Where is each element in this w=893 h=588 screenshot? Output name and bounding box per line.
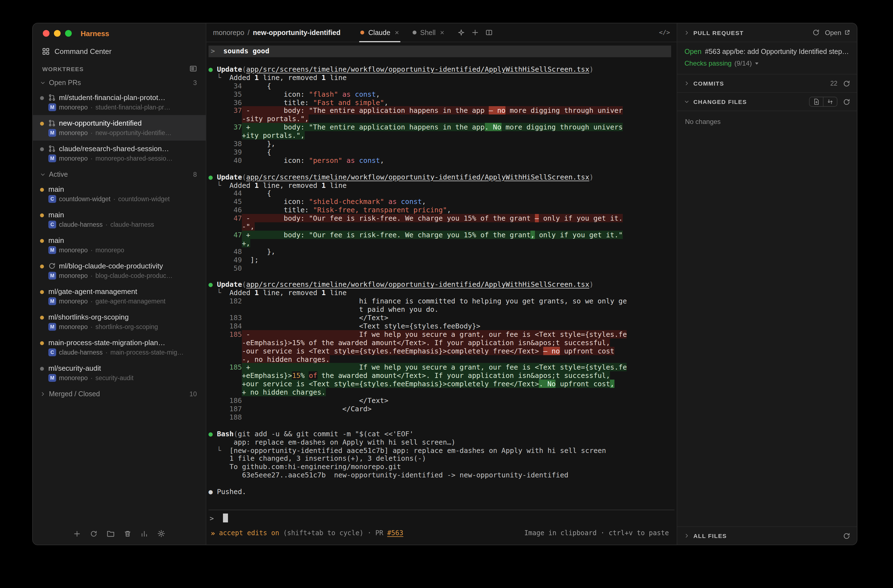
terminal-line: +eEmphasis}>15% of the awarded amount</T… bbox=[209, 372, 672, 380]
terminal-line: 47 + body: "Our fee is risk-free. We cha… bbox=[209, 231, 672, 240]
pr-number-link[interactable]: #563 bbox=[387, 529, 403, 537]
split-view-button[interactable] bbox=[486, 29, 493, 36]
file-path-link[interactable]: app/src/screens/timeline/workflow/opport… bbox=[247, 280, 589, 289]
section-header-active[interactable]: Active8 bbox=[33, 166, 206, 181]
close-tab-button[interactable]: × bbox=[440, 28, 444, 37]
worktree-item[interactable]: claude/research-shared-session…Mmonorepo… bbox=[33, 141, 206, 166]
worktree-item[interactable]: ml/security-auditMmonorepo·security-audi… bbox=[33, 360, 206, 386]
pr-checks[interactable]: Checks passing (9/14) bbox=[684, 60, 849, 67]
terminal-text: "Risk-free, transparent pricing" bbox=[313, 206, 447, 214]
terminal-line: ● Update(app/src/screens/timeline/workfl… bbox=[209, 173, 672, 182]
terminal-output: > sounds good● Update(app/src/screens/ti… bbox=[206, 42, 677, 510]
terminal-line: 46 title: "Risk-free, transparent pricin… bbox=[209, 207, 672, 215]
repo-name: monorepo bbox=[59, 104, 88, 111]
worktree-item[interactable]: ml/shortlinks-org-scopingMmonorepo·short… bbox=[33, 309, 206, 334]
add-worktree-button[interactable] bbox=[74, 530, 81, 537]
refresh-commits-button[interactable] bbox=[843, 80, 850, 87]
terminal-line: 47 - body: "Our fee is risk-free. We cha… bbox=[209, 214, 672, 223]
tab-shell[interactable]: Shell× bbox=[406, 23, 451, 42]
terminal-text: ( bbox=[242, 172, 246, 181]
sparkle-icon[interactable] bbox=[458, 29, 465, 36]
pull-request-section-header[interactable]: PULL REQUEST Open bbox=[677, 23, 857, 42]
zoom-window-button[interactable] bbox=[65, 30, 72, 37]
tab-actions bbox=[458, 29, 493, 36]
breadcrumb-repo[interactable]: monorepo bbox=[213, 28, 244, 36]
right-panel: PULL REQUEST Open Open #563 app/be: add … bbox=[677, 23, 857, 544]
terminal-text bbox=[384, 198, 388, 206]
terminal-text: ● bbox=[209, 280, 217, 289]
terminal-line: 188 bbox=[209, 414, 672, 422]
status-dot bbox=[40, 188, 44, 192]
worktree-subtitle: Mmonorepo·security-audit bbox=[48, 374, 200, 382]
external-link-icon bbox=[844, 30, 850, 36]
refresh-all-files-button[interactable] bbox=[843, 532, 850, 539]
worktree-item[interactable]: mainMmonorepo·monorepo bbox=[33, 232, 206, 258]
terminal-input[interactable]: > bbox=[206, 510, 677, 526]
section-label: Active bbox=[49, 171, 68, 178]
list-panel-icon[interactable] bbox=[189, 65, 197, 72]
code-icon[interactable]: </> bbox=[659, 29, 670, 36]
tab-label: Claude bbox=[368, 28, 390, 36]
compare-icon[interactable] bbox=[823, 97, 837, 106]
worktree-item-body: ml/student-financial-plan-protot…Mmonore… bbox=[48, 93, 200, 111]
settings-button[interactable] bbox=[157, 530, 165, 537]
refresh-button[interactable] bbox=[90, 530, 97, 537]
repo-name: claude-harness bbox=[59, 221, 102, 228]
open-pr-link[interactable]: Open bbox=[825, 28, 850, 36]
titlebar: Harness bbox=[33, 23, 206, 44]
repo-badge: C bbox=[48, 220, 56, 228]
status-dot bbox=[40, 341, 44, 345]
worktree-item[interactable]: ml/blog-claude-code-productivityMmonorep… bbox=[33, 258, 206, 284]
caret-down-icon bbox=[755, 61, 759, 66]
worktree-item[interactable]: new-opportunity-identifiedMmonorepo·new-… bbox=[33, 115, 206, 141]
minimize-window-button[interactable] bbox=[54, 30, 61, 37]
terminal-text: , bbox=[447, 206, 451, 214]
status-dot bbox=[40, 290, 44, 294]
all-files-section-header[interactable]: ALL FILES bbox=[677, 526, 857, 544]
file-path-link[interactable]: app/src/screens/timeline/workflow/opport… bbox=[247, 65, 589, 74]
changed-files-section-header[interactable]: CHANGED FILES bbox=[677, 93, 857, 111]
worktree-title: ml/shortlinks-org-scoping bbox=[48, 313, 129, 321]
terminal-text: + no hidden charges. bbox=[242, 388, 326, 396]
worktree-item[interactable]: ml/gate-agent-managementMmonorepo·gate-a… bbox=[33, 284, 206, 309]
section-label: Merged / Closed bbox=[49, 390, 100, 398]
worktree-item[interactable]: main-process-state-migration-plan…Cclaud… bbox=[33, 334, 206, 360]
close-window-button[interactable] bbox=[43, 30, 50, 37]
worktree-sections: Open PRs3ml/student-financial-plan-proto… bbox=[33, 75, 206, 524]
stats-button[interactable] bbox=[141, 530, 148, 537]
pull-request-icon bbox=[48, 94, 56, 101]
section-header-open-prs[interactable]: Open PRs3 bbox=[33, 75, 206, 90]
command-center-button[interactable]: Command Center bbox=[33, 44, 206, 60]
new-tab-button[interactable] bbox=[472, 29, 479, 36]
worktree-item[interactable]: mainCcountdown-widget·countdown-widget bbox=[33, 181, 206, 207]
worktree-title: ml/gate-agent-management bbox=[48, 287, 137, 296]
repo-badge: M bbox=[48, 272, 56, 279]
close-tab-button[interactable]: × bbox=[395, 28, 399, 37]
tab-claude[interactable]: Claude× bbox=[354, 23, 406, 42]
terminal-text: "Fast and simple" bbox=[313, 98, 384, 106]
commits-section-header[interactable]: COMMITS 22 bbox=[677, 75, 857, 93]
breadcrumb[interactable]: monorepo / new-opportunity-identified bbox=[213, 28, 341, 36]
worktree-item[interactable]: mainCclaude-harness·claude-harness bbox=[33, 207, 206, 232]
delete-button[interactable] bbox=[124, 530, 131, 537]
worktree-subtitle: Ccountdown-widget·countdown-widget bbox=[48, 195, 200, 203]
terminal-text: 63e5eee27..aace51c7b new-opportunity-ide… bbox=[209, 471, 568, 479]
terminal-text: ● bbox=[209, 429, 217, 438]
worktree-item-body: claude/research-shared-session…Mmonorepo… bbox=[48, 144, 200, 162]
line-number: 47 bbox=[209, 214, 242, 223]
terminal-line: 186 </Text> bbox=[209, 397, 672, 405]
file-path-link[interactable]: app/src/screens/timeline/workflow/opport… bbox=[247, 172, 589, 181]
terminal-line: └ [new-opportunity-identified aace51c7b]… bbox=[209, 447, 672, 455]
refresh-pr-button[interactable] bbox=[812, 29, 819, 36]
section-header-merged-closed[interactable]: Merged / Closed10 bbox=[33, 386, 206, 401]
worktree-item[interactable]: ml/student-financial-plan-protot…Mmonore… bbox=[33, 90, 206, 115]
section-count: 8 bbox=[193, 171, 197, 178]
open-folder-button[interactable] bbox=[107, 530, 114, 537]
file-diff-icon[interactable] bbox=[810, 97, 823, 106]
refresh-changed-files-button[interactable] bbox=[843, 98, 850, 105]
repo-badge: M bbox=[48, 323, 56, 331]
worktree-title-row: new-opportunity-identified bbox=[48, 119, 200, 127]
accept-edits-mode[interactable]: accept edits on bbox=[219, 529, 280, 537]
separator-dot: · bbox=[91, 324, 93, 330]
breadcrumb-branch[interactable]: new-opportunity-identified bbox=[253, 28, 341, 36]
